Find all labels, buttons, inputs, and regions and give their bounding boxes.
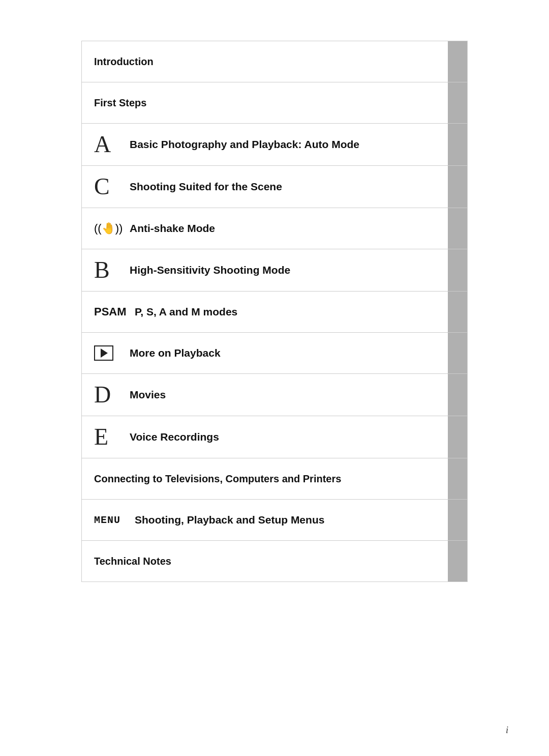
toc-label: High-Sensitivity Shooting Mode bbox=[130, 264, 290, 276]
toc-label: Shooting Suited for the Scene bbox=[130, 181, 282, 193]
toc-prefix-antishake: ((🤚)) bbox=[94, 222, 130, 235]
toc-tab bbox=[448, 41, 467, 82]
toc-prefix-letter: A bbox=[94, 133, 130, 156]
toc-label: Shooting, Playback and Setup Menus bbox=[135, 514, 324, 526]
toc-tab bbox=[448, 124, 467, 165]
toc-prefix-letter: E bbox=[94, 425, 130, 449]
toc-prefix-playback bbox=[94, 345, 130, 361]
toc-row-content: Introduction bbox=[82, 41, 448, 82]
toc-label: Voice Recordings bbox=[130, 431, 219, 443]
toc-row[interactable]: EVoice Recordings bbox=[81, 416, 468, 458]
toc-row-content: DMovies bbox=[82, 374, 448, 416]
toc-prefix-menu: MENU bbox=[94, 514, 135, 526]
toc-row[interactable]: ABasic Photography and Playback: Auto Mo… bbox=[81, 123, 468, 166]
toc-row[interactable]: Connecting to Televisions, Computers and… bbox=[81, 458, 468, 500]
toc-row-content: EVoice Recordings bbox=[82, 416, 448, 458]
toc-row[interactable]: BHigh-Sensitivity Shooting Mode bbox=[81, 249, 468, 292]
toc-row-content: MENUShooting, Playback and Setup Menus bbox=[82, 500, 448, 540]
toc-tab bbox=[448, 458, 467, 499]
toc-row[interactable]: DMovies bbox=[81, 373, 468, 416]
toc-tab bbox=[448, 541, 467, 581]
toc-row-content: CShooting Suited for the Scene bbox=[82, 166, 448, 208]
toc-row-content: Technical Notes bbox=[82, 541, 448, 581]
toc-label: More on Playback bbox=[130, 347, 221, 359]
toc-row-content: PSAMP, S, A and M modes bbox=[82, 292, 448, 332]
toc-tab bbox=[448, 166, 467, 208]
toc-label: Movies bbox=[130, 389, 166, 401]
toc-tab bbox=[448, 374, 467, 416]
toc-row-content: ((🤚))Anti-shake Mode bbox=[82, 208, 448, 249]
toc-tab bbox=[448, 416, 467, 458]
toc-tab bbox=[448, 208, 467, 249]
toc-label: Technical Notes bbox=[94, 556, 171, 567]
toc-row[interactable]: More on Playback bbox=[81, 332, 468, 374]
toc-label: Introduction bbox=[94, 56, 154, 68]
toc-tab bbox=[448, 249, 467, 291]
toc-tab bbox=[448, 500, 467, 540]
toc-label: P, S, A and M modes bbox=[135, 306, 237, 318]
toc-row[interactable]: First Steps bbox=[81, 82, 468, 124]
toc-prefix-letter: D bbox=[94, 383, 130, 406]
toc-tab bbox=[448, 333, 467, 373]
toc-row-content: Connecting to Televisions, Computers and… bbox=[82, 458, 448, 499]
toc-label: First Steps bbox=[94, 97, 146, 109]
toc-wrapper: IntroductionFirst StepsABasic Photograph… bbox=[81, 41, 468, 581]
toc-row[interactable]: PSAMP, S, A and M modes bbox=[81, 291, 468, 333]
toc-row[interactable]: Introduction bbox=[81, 41, 468, 82]
toc-label: Anti-shake Mode bbox=[130, 222, 215, 235]
page-number: i bbox=[506, 725, 508, 735]
toc-row-content: ABasic Photography and Playback: Auto Mo… bbox=[82, 124, 448, 165]
toc-prefix-psam: PSAM bbox=[94, 305, 135, 318]
playback-triangle-icon bbox=[101, 348, 108, 358]
toc-label: Basic Photography and Playback: Auto Mod… bbox=[130, 138, 359, 151]
playback-icon bbox=[94, 345, 113, 361]
toc-row[interactable]: CShooting Suited for the Scene bbox=[81, 165, 468, 208]
toc-row[interactable]: Technical Notes bbox=[81, 540, 468, 582]
toc-tab bbox=[448, 292, 467, 332]
page-container: IntroductionFirst StepsABasic Photograph… bbox=[0, 0, 549, 756]
toc-tab bbox=[448, 82, 467, 123]
toc-row[interactable]: MENUShooting, Playback and Setup Menus bbox=[81, 499, 468, 541]
toc-label: Connecting to Televisions, Computers and… bbox=[94, 473, 341, 485]
toc-row-content: More on Playback bbox=[82, 333, 448, 373]
toc-prefix-letter: C bbox=[94, 175, 130, 198]
toc-row-content: First Steps bbox=[82, 82, 448, 123]
toc-prefix-letter: B bbox=[94, 258, 130, 282]
toc-row[interactable]: ((🤚))Anti-shake Mode bbox=[81, 208, 468, 249]
page-footer: i bbox=[506, 725, 508, 736]
toc-row-content: BHigh-Sensitivity Shooting Mode bbox=[82, 249, 448, 291]
